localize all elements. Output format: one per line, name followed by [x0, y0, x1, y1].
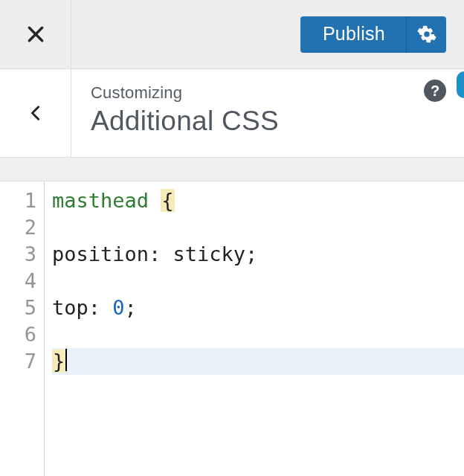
code-line: masthead { — [52, 187, 464, 214]
code-line: position: sticky; — [52, 241, 464, 268]
header-titles: Customizing Additional CSS ? — [71, 69, 464, 157]
gear-icon — [417, 25, 436, 44]
css-editor[interactable]: 1 2 3 4 5 6 7 masthead { position: stick… — [0, 181, 464, 476]
code-area[interactable]: masthead { position: sticky; top: 0; } — [45, 181, 464, 476]
code-line-active: } — [52, 348, 464, 375]
line-number: 1 — [0, 187, 36, 214]
token-brace: { — [161, 189, 174, 212]
token-value: sticky — [173, 242, 246, 266]
token-property: top — [52, 296, 88, 319]
line-number: 5 — [0, 295, 36, 321]
section-subtitle: Customizing — [91, 83, 446, 103]
publish-button[interactable]: Publish — [300, 16, 406, 53]
code-line: top: 0; — [52, 295, 464, 321]
customizer-topbar: Publish — [0, 0, 464, 69]
section-title: Additional CSS — [91, 106, 446, 137]
header-separator — [0, 158, 464, 181]
line-number: 6 — [0, 321, 36, 348]
publish-settings-button[interactable] — [406, 16, 446, 53]
line-number: 7 — [0, 348, 36, 375]
token-colon: : — [88, 296, 113, 319]
chevron-left-icon — [28, 103, 44, 123]
token-property: position — [52, 242, 149, 266]
token-semi: ; — [245, 242, 257, 266]
help-button[interactable]: ? — [424, 80, 446, 102]
section-header: Customizing Additional CSS ? — [0, 69, 464, 158]
line-number: 4 — [0, 268, 36, 295]
code-line — [52, 268, 464, 295]
token-brace: } — [52, 350, 65, 373]
preview-edge-accent — [457, 71, 464, 98]
token-colon: : — [149, 242, 173, 266]
line-gutter: 1 2 3 4 5 6 7 — [0, 181, 45, 476]
token-semi: ; — [125, 296, 137, 319]
close-button[interactable] — [0, 0, 71, 69]
close-icon — [26, 25, 45, 44]
help-icon: ? — [431, 83, 439, 100]
token-number: 0 — [112, 296, 124, 319]
line-number: 2 — [0, 214, 36, 241]
code-line — [52, 321, 464, 348]
line-number: 3 — [0, 241, 36, 268]
code-line — [52, 214, 464, 241]
text-cursor — [65, 349, 67, 371]
publish-group: Publish — [300, 16, 446, 53]
back-button[interactable] — [0, 69, 71, 157]
token-selector: masthead — [52, 189, 149, 212]
